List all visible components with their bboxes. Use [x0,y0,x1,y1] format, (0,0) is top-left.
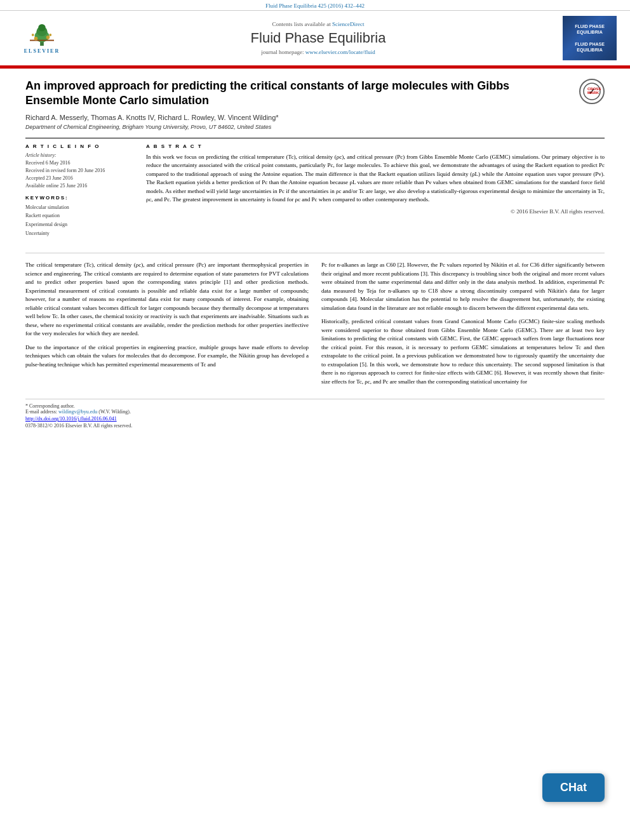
sciencedirect-link[interactable]: ScienceDirect [332,21,364,27]
affiliation: Department of Chemical Engineering, Brig… [25,124,605,130]
keyword-4: Uncertainty [25,229,133,238]
crossmark-icon: ✓ CROSS MARK [583,83,601,100]
main-content: An improved approach for predicting the … [0,69,630,441]
article-history-content: Article history: Received 6 May 2016 Rec… [25,152,133,190]
journal-header: ELSEVIER Contents lists available at Sci… [0,11,630,67]
elsevier-brand-text: ELSEVIER [24,48,60,54]
keywords-section: Keywords: Molecular simulation Rackett e… [25,195,133,237]
svg-point-6 [46,35,50,39]
journal-reference: Fluid Phase Equilibria 425 (2016) 432–44… [0,0,630,11]
article-info-panel: A R T I C L E I N F O Article history: R… [25,143,133,243]
svg-rect-4 [30,39,54,41]
svg-point-3 [38,23,45,30]
two-column-body: The critical temperature (Tc), critical … [25,253,605,386]
abstract-section: A B S T R A C T In this work we focus on… [146,143,605,243]
chat-button[interactable]: CHat [542,773,605,802]
accepted-date: Accepted 23 June 2016 [25,175,133,182]
authors: Richard A. Messerly, Thomas A. Knotts IV… [25,114,605,121]
article-footer: * Corresponding author. E-mail address: … [25,399,605,431]
journal-homepage-notice: journal homepage: www.elsevier.com/locat… [80,49,556,55]
corresponding-author-note: * Corresponding author. [25,403,605,409]
journal-title: Fluid Phase Equilibria [80,30,556,46]
body-para-4: Historically, predicted critical constan… [321,317,605,386]
article-info-abstract: A R T I C L E I N F O Article history: R… [25,138,605,243]
keyword-2: Rackett equation [25,211,133,220]
article-title-text: An improved approach for predicting the … [25,79,509,107]
elsevier-logo: ELSEVIER [13,21,70,56]
body-column-right: Pc for n-alkanes as large as C60 [2]. Ho… [321,261,605,386]
keyword-1: Molecular simulation [25,203,133,212]
keywords-list: Molecular simulation Rackett equation Ex… [25,203,133,237]
keywords-label: Keywords: [25,195,133,201]
body-para-3: Pc for n-alkanes as large as C60 [2]. Ho… [321,261,605,312]
crossmark-badge: ✓ CROSS MARK [579,79,605,104]
doi-link-area: http://dx.doi.org/10.1016/j.fluid.2016.0… [25,416,605,422]
received-revised-date: Received in revised form 20 June 2016 [25,167,133,175]
journal-cover-area: FLUID PHASEEQUILIBRIAFLUID PHASEEQUILIBR… [563,16,620,60]
keyword-3: Experimental design [25,220,133,229]
journal-title-area: Contents lists available at ScienceDirec… [80,21,556,55]
issn-notice: 0378-3812/© 2016 Elsevier B.V. All right… [25,423,605,429]
elsevier-tree-icon [23,23,61,47]
author-email-link[interactable]: wildingv@byu.edu [58,409,97,415]
copyright-notice: © 2016 Elsevier B.V. All rights reserved… [146,208,605,215]
body-column-left: The critical temperature (Tc), critical … [25,261,309,386]
svg-point-8 [49,34,51,36]
svg-text:MARK: MARK [587,91,600,95]
body-para-1: The critical temperature (Tc), critical … [25,261,309,338]
available-date: Available online 25 June 2016 [25,182,133,190]
corresponding-label: * Corresponding author. [25,403,75,409]
journal-homepage-link[interactable]: www.elsevier.com/locate/fluid [305,49,375,55]
abstract-header: A B S T R A C T [146,143,605,149]
svg-point-7 [32,34,34,36]
article-title-area: An improved approach for predicting the … [25,79,605,109]
email-note: E-mail address: wildingv@byu.edu (W.V. W… [25,409,605,415]
article-history-section: A R T I C L E I N F O Article history: R… [25,143,133,190]
article-info-header: A R T I C L E I N F O [25,143,133,149]
journal-ref-text: Fluid Phase Equilibria 425 (2016) 432–44… [265,3,365,9]
sciencedirect-notice: Contents lists available at ScienceDirec… [80,21,556,27]
abstract-text: In this work we focus on predicting the … [146,153,605,204]
received-date: Received 6 May 2016 [25,159,133,167]
cover-text: FLUID PHASEEQUILIBRIAFLUID PHASEEQUILIBR… [575,23,605,52]
publisher-logo-area: ELSEVIER [10,21,74,56]
body-para-2: Due to the importance of the critical pr… [25,343,309,370]
journal-cover-image: FLUID PHASEEQUILIBRIAFLUID PHASEEQUILIBR… [563,16,617,60]
history-label: Article history: [25,152,133,159]
svg-point-5 [34,36,38,40]
doi-link[interactable]: http://dx.doi.org/10.1016/j.fluid.2016.0… [25,416,117,422]
